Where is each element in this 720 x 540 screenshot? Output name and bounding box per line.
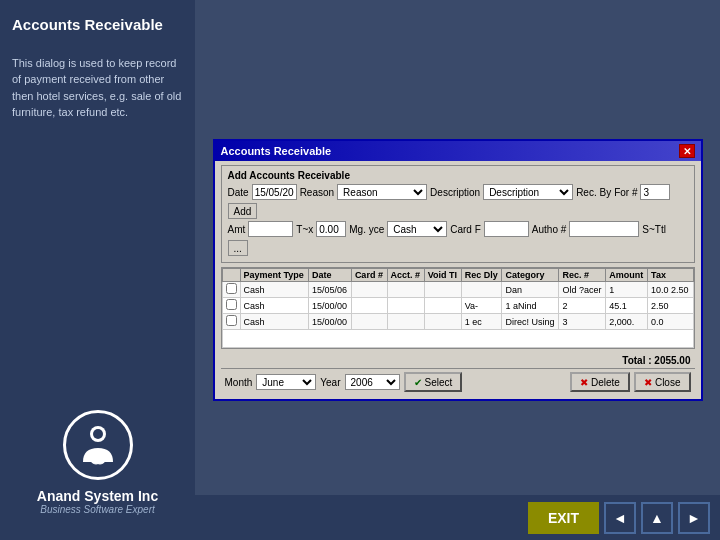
cell-recdly-1 xyxy=(461,282,502,298)
cell-payment-1: Cash xyxy=(240,282,309,298)
year-select[interactable]: 2006 xyxy=(345,374,400,390)
dialog-title: Accounts Receivable xyxy=(221,145,332,157)
description-label: Description xyxy=(430,187,480,198)
cell-recdly-2: Va- xyxy=(461,298,502,314)
cell-acct-2 xyxy=(387,298,424,314)
auth-label: Autho # xyxy=(532,224,566,235)
total-label: Total : 2055.00 xyxy=(622,355,690,366)
date-label: Date xyxy=(228,187,249,198)
next-icon: ► xyxy=(687,510,701,526)
for-input[interactable] xyxy=(640,184,670,200)
up-icon: ▲ xyxy=(650,510,664,526)
cell-payment-2: Cash xyxy=(240,298,309,314)
card-label: Card F xyxy=(450,224,481,235)
cell-category-2: 1 aNind xyxy=(502,298,559,314)
accounts-receivable-dialog: Accounts Receivable ✕ Add Accounts Recei… xyxy=(213,139,703,401)
rec-by-label: Rec. By xyxy=(576,187,611,198)
reason-select[interactable]: Reason xyxy=(337,184,427,200)
amt-label: Amt xyxy=(228,224,246,235)
receivable-table: Payment Type Date Card # Acct. # Void TI… xyxy=(222,268,694,348)
col-check xyxy=(222,269,240,282)
description-select[interactable]: Description xyxy=(483,184,573,200)
month-select[interactable]: June xyxy=(256,374,316,390)
delete-icon: ✖ xyxy=(580,377,588,388)
prev-button[interactable]: ◄ xyxy=(604,502,636,534)
cell-tax-2: 2.50 xyxy=(648,298,693,314)
cell-amount-1: 1 xyxy=(606,282,648,298)
table-row: Cash 15/05/06 Dan Old ?acer 1 10.0 2.50 xyxy=(222,282,693,298)
amt-input[interactable] xyxy=(248,221,293,237)
table-header-row: Payment Type Date Card # Acct. # Void TI… xyxy=(222,269,693,282)
cell-void-1 xyxy=(424,282,461,298)
prev-icon: ◄ xyxy=(613,510,627,526)
col-amount: Amount xyxy=(606,269,648,282)
date-input[interactable] xyxy=(252,184,297,200)
bottom-controls: Month June Year 2006 ✔ Select ✖ Delete xyxy=(221,368,695,395)
cell-category-1: Dan xyxy=(502,282,559,298)
company-name: Anand System Inc xyxy=(37,488,158,504)
form-row-2: Amt T~x Mg. yce Cash Card F Autho # S~Tt… xyxy=(228,221,688,256)
logo-svg xyxy=(73,420,123,470)
col-void: Void TI xyxy=(424,269,461,282)
cell-payment-3: Cash xyxy=(240,314,309,330)
table-row-empty xyxy=(222,330,693,348)
cell-tax-3: 0.0 xyxy=(648,314,693,330)
row-check-3[interactable] xyxy=(226,315,237,326)
close-button[interactable]: ✖ Close xyxy=(634,372,691,392)
select-icon: ✔ xyxy=(414,377,422,388)
month-label: Month xyxy=(225,377,253,388)
add-button[interactable]: Add xyxy=(228,203,258,219)
cell-amount-3: 2,000. xyxy=(606,314,648,330)
total-row: Total : 2055.00 xyxy=(221,353,695,368)
cell-card-1 xyxy=(351,282,387,298)
cell-void-2 xyxy=(424,298,461,314)
table-row: Cash 15/00/00 1 ec Direc! Using 3 2,000.… xyxy=(222,314,693,330)
col-category: Category xyxy=(502,269,559,282)
settle-button[interactable]: ... xyxy=(228,240,248,256)
col-tax: Tax xyxy=(648,269,693,282)
svg-point-1 xyxy=(93,429,103,439)
sidebar-title: Accounts Receivable xyxy=(12,15,183,35)
dialog-titlebar: Accounts Receivable ✕ xyxy=(215,141,701,161)
auth-input[interactable] xyxy=(569,221,639,237)
sidebar: Accounts Receivable This dialog is used … xyxy=(0,0,195,540)
company-logo-icon xyxy=(63,410,133,480)
col-payment-type: Payment Type xyxy=(240,269,309,282)
sidebar-description: This dialog is used to keep record of pa… xyxy=(12,55,183,121)
tax-input[interactable] xyxy=(316,221,346,237)
cell-category-3: Direc! Using xyxy=(502,314,559,330)
for-label: For # xyxy=(614,187,637,198)
bottom-nav: EXIT ◄ ▲ ► xyxy=(195,495,720,540)
svg-point-3 xyxy=(94,452,106,464)
reason-label: Reason xyxy=(300,187,334,198)
sidebar-logo: Anand System Inc Business Software Exper… xyxy=(12,410,183,525)
cell-card-3 xyxy=(351,314,387,330)
dialog-close-button[interactable]: ✕ xyxy=(679,144,695,158)
col-rec-num: Rec. # xyxy=(559,269,606,282)
add-section: Add Accounts Receivable Date Reason Reas… xyxy=(221,165,695,263)
cell-recnum-2: 2 xyxy=(559,298,606,314)
cell-amount-2: 45.1 xyxy=(606,298,648,314)
cell-card-2 xyxy=(351,298,387,314)
main-area: Accounts Receivable ✕ Add Accounts Recei… xyxy=(195,0,720,540)
row-check-1[interactable] xyxy=(226,283,237,294)
settle-label: S~Ttl xyxy=(642,224,666,235)
cell-date-3: 15/00/00 xyxy=(309,314,352,330)
select-button[interactable]: ✔ Select xyxy=(404,372,463,392)
next-button[interactable]: ► xyxy=(678,502,710,534)
dialog-body: Add Accounts Receivable Date Reason Reas… xyxy=(215,161,701,399)
type-label: Mg. yce xyxy=(349,224,384,235)
cell-recnum-3: 3 xyxy=(559,314,606,330)
up-button[interactable]: ▲ xyxy=(641,502,673,534)
cell-acct-1 xyxy=(387,282,424,298)
cell-void-3 xyxy=(424,314,461,330)
add-section-title: Add Accounts Receivable xyxy=(228,170,688,181)
cell-recdly-3: 1 ec xyxy=(461,314,502,330)
card-input[interactable] xyxy=(484,221,529,237)
delete-button[interactable]: ✖ Delete xyxy=(570,372,630,392)
exit-button[interactable]: EXIT xyxy=(528,502,599,534)
type-select[interactable]: Cash xyxy=(387,221,447,237)
cell-tax-1: 10.0 2.50 xyxy=(648,282,693,298)
company-tagline: Business Software Expert xyxy=(40,504,155,515)
row-check-2[interactable] xyxy=(226,299,237,310)
